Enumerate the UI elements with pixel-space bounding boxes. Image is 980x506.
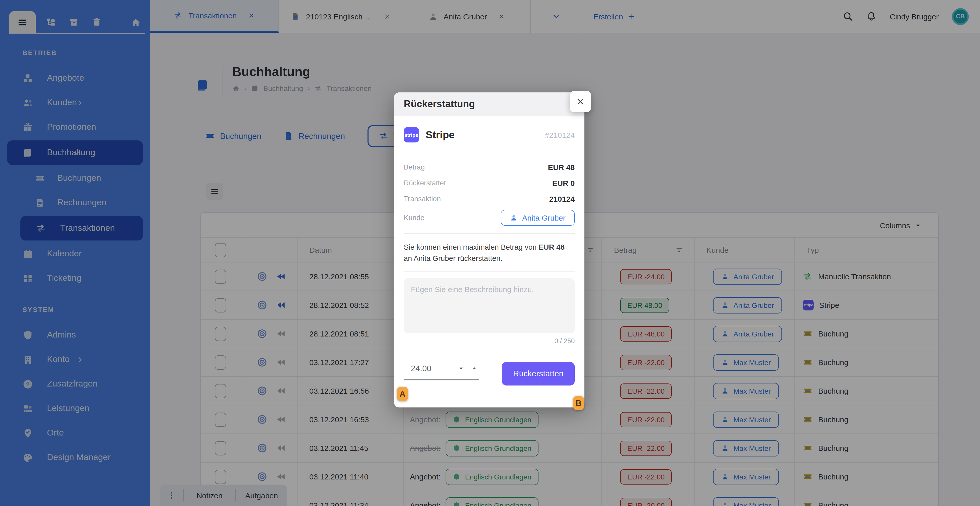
field-value: EUR 0 bbox=[552, 178, 575, 187]
transaction-reference: #210124 bbox=[545, 130, 575, 139]
customer-link-button[interactable]: Anita Gruber bbox=[501, 210, 575, 226]
customer-name: Anita Gruber bbox=[522, 213, 566, 222]
caret-up-icon[interactable] bbox=[472, 366, 477, 371]
annotation-marker-a: A bbox=[397, 387, 408, 401]
description-textarea[interactable]: Fügen Sie eine Beschreibung hinzu. bbox=[404, 278, 575, 333]
refund-submit-button[interactable]: Rückerstatten bbox=[502, 362, 575, 385]
annotation-marker-b: B bbox=[573, 396, 584, 410]
modal-field-betrag: BetragEUR 48 bbox=[404, 159, 575, 175]
app-window: BETRIEBAngeboteKundenPromotionenBuchhalt… bbox=[0, 0, 980, 506]
modal-title: Rückerstattung bbox=[394, 92, 584, 116]
modal-field-rückerstattet: RückerstattetEUR 0 bbox=[404, 175, 575, 191]
refund-amount-input[interactable]: 24.00 bbox=[404, 364, 479, 380]
close-icon bbox=[576, 97, 585, 106]
field-value: 210124 bbox=[549, 194, 575, 203]
field-value: EUR 48 bbox=[548, 162, 575, 171]
refund-modal: Rückerstattung stripe Stripe #210124 Bet… bbox=[394, 92, 584, 407]
caret-down-icon[interactable] bbox=[458, 366, 464, 371]
char-counter: 0 / 250 bbox=[404, 337, 575, 345]
field-label: Rückerstattet bbox=[404, 179, 446, 187]
refund-message: Sie können einen maximalen Betrag von EU… bbox=[404, 242, 575, 264]
field-label: Transaktion bbox=[404, 194, 441, 203]
amount-value[interactable]: 24.00 bbox=[411, 364, 431, 373]
modal-close-button[interactable] bbox=[570, 91, 591, 112]
field-label: Betrag bbox=[404, 163, 425, 171]
modal-field-kunde: KundeAnita Gruber bbox=[404, 207, 575, 228]
stripe-logo: stripe bbox=[404, 127, 419, 142]
modal-field-transaktion: Transaktion210124 bbox=[404, 191, 575, 206]
person-icon bbox=[510, 214, 517, 221]
refund-max-amount: EUR 48 bbox=[539, 243, 565, 251]
provider-name: Stripe bbox=[426, 129, 455, 141]
field-label: Kunde bbox=[404, 213, 425, 221]
